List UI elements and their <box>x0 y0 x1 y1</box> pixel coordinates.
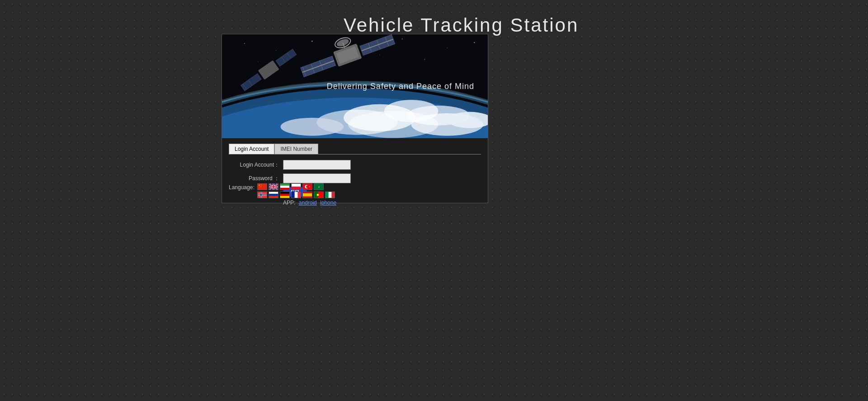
language-label: Language: <box>229 184 255 191</box>
svg-rect-78 <box>269 194 278 196</box>
android-link[interactable]: android <box>299 200 317 206</box>
flag-arabic[interactable]: لا <box>314 183 324 190</box>
svg-point-5 <box>402 39 403 40</box>
svg-point-68 <box>306 186 309 188</box>
svg-point-90 <box>316 194 319 196</box>
flag-german[interactable] <box>280 191 290 198</box>
password-label: Password ： <box>229 175 283 182</box>
svg-point-22 <box>348 111 438 138</box>
svg-rect-85 <box>292 192 295 198</box>
flag-russian[interactable] <box>269 191 278 198</box>
svg-point-9 <box>425 59 425 60</box>
password-input[interactable] <box>283 173 351 183</box>
tagline: Delivering Safety and Peace of Mind <box>327 82 474 91</box>
iphone-link[interactable]: iphone <box>320 200 336 206</box>
svg-rect-82 <box>280 196 289 198</box>
svg-point-8 <box>258 61 258 62</box>
svg-rect-93 <box>326 192 329 198</box>
flag-english[interactable] <box>269 183 278 190</box>
svg-rect-65 <box>292 187 301 190</box>
svg-rect-60 <box>269 187 278 187</box>
account-label: Login Account： <box>229 161 283 169</box>
flag-chinese[interactable] <box>257 183 267 190</box>
flag-turkish[interactable] <box>302 183 312 190</box>
svg-rect-64 <box>292 184 301 187</box>
svg-text:لا: لا <box>318 186 319 188</box>
svg-point-1 <box>244 43 245 44</box>
login-panel: Delivering Safety and Peace of Mind Logi… <box>222 34 488 203</box>
flag-french[interactable] <box>291 191 301 198</box>
language-section: Language: <box>229 183 335 198</box>
svg-point-19 <box>281 118 344 136</box>
page-title: Vehicle Tracking Station <box>344 14 579 36</box>
tabs-container: Login Account IMEI Number <box>229 144 481 154</box>
tab-imei-number[interactable]: IMEI Number <box>274 144 318 154</box>
svg-point-3 <box>311 41 312 42</box>
flag-iranian[interactable] <box>280 183 290 190</box>
form-area: Login Account IMEI Number Login Account：… <box>222 138 488 203</box>
password-row: Password ： <box>229 173 481 183</box>
app-links: APP: android iphone <box>283 200 481 206</box>
flags-row-2 <box>257 191 335 198</box>
account-row: Login Account： <box>229 160 481 170</box>
svg-rect-87 <box>303 193 312 196</box>
flag-portuguese[interactable] <box>314 191 324 198</box>
flag-polish[interactable] <box>291 183 301 190</box>
svg-rect-61 <box>280 184 289 186</box>
svg-point-6 <box>447 48 448 48</box>
flags-container: لا <box>257 183 335 198</box>
svg-rect-62 <box>280 186 289 188</box>
svg-rect-76 <box>258 195 267 196</box>
app-prefix: APP: <box>283 200 295 206</box>
svg-rect-77 <box>269 192 278 194</box>
svg-rect-81 <box>280 194 289 196</box>
flag-norwegian[interactable] <box>257 191 267 198</box>
tab-login-account[interactable]: Login Account <box>229 144 274 154</box>
svg-rect-80 <box>280 192 289 194</box>
account-input[interactable] <box>283 160 351 170</box>
flags-row-1: لا <box>257 183 335 190</box>
svg-rect-63 <box>280 188 289 190</box>
svg-point-2 <box>276 50 276 51</box>
svg-rect-79 <box>269 196 278 198</box>
flag-italian[interactable] <box>325 191 335 198</box>
flag-spanish[interactable] <box>302 191 312 198</box>
hero-image: Delivering Safety and Peace of Mind <box>222 34 488 138</box>
svg-point-7 <box>474 42 475 43</box>
svg-rect-46 <box>258 184 267 190</box>
svg-point-10 <box>379 55 380 55</box>
